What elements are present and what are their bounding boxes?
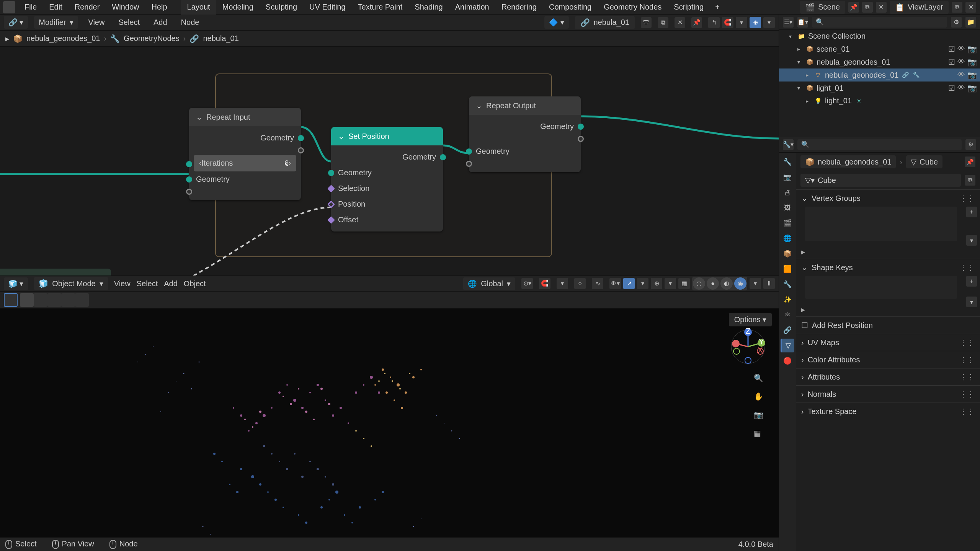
breadcrumb-item-1[interactable]: nebula_geonodes_01 [26,34,100,43]
node-repeat-output[interactable]: ⌄ Repeat Output Geometry Geometry [469,96,581,172]
shading-options-button[interactable]: ▾ [750,278,761,289]
outliner[interactable]: ▾ 📁 Scene Collection ▸ 📦 scene_01 ☑👁📷 ▾ … [779,30,980,137]
ptab-data[interactable]: ▽ [781,339,794,352]
disclosure-icon[interactable]: ▸ [806,98,811,104]
outliner-display-mode[interactable]: 📋▾ [797,17,808,28]
nav-gizmo[interactable]: Z Y X [729,328,767,366]
socket-in-extra[interactable] [186,189,192,195]
shading-material[interactable]: ◐ [720,277,733,290]
mesh-id-selector[interactable]: ▽▾ Cube [800,174,961,187]
overlay-options-button[interactable]: ▾ [665,278,676,289]
hide-viewport-icon[interactable]: 👁 [957,70,965,80]
node-canvas[interactable]: ⌄ Repeat Input Geometry ‹ Iterations 6 › [0,47,779,276]
ptab-render[interactable]: 📷 [781,170,794,184]
exclude-checkbox[interactable]: ☑ [948,44,955,54]
hide-viewport-icon[interactable]: 👁 [957,83,965,93]
disable-render-icon[interactable]: 📷 [967,44,977,54]
ptab-viewlayer[interactable]: 🖼 [781,201,794,215]
exclude-checkbox[interactable]: ☑ [948,57,955,67]
node-menu-select[interactable]: Select [114,16,144,29]
disable-render-icon[interactable]: 📷 [967,57,977,67]
ptab-world[interactable]: 🌐 [781,231,794,245]
vp-menu-view[interactable]: View [114,279,131,288]
overlay-button[interactable]: ⊕ [651,278,662,289]
vp-menu-select[interactable]: Select [137,279,158,288]
node-repeat-input-header[interactable]: ⌄ Repeat Input [189,108,301,126]
properties-options-button[interactable]: ⚙ [965,139,976,150]
unlink-nodegroup-button[interactable]: ✕ [675,17,685,28]
socket-in-geometry[interactable] [186,176,192,183]
tool-select-box[interactable] [20,293,34,307]
delete-viewlayer-button[interactable]: ✕ [965,2,976,13]
node-set-position[interactable]: ⌄ Set Position Geometry Geometry Selecti… [331,127,443,231]
tab-shading[interactable]: Shading [408,0,449,15]
panel-vertex-groups-header[interactable]: ⌄Vertex Groups⋮⋮ [796,190,980,207]
panel-menu-icon[interactable]: ⋮⋮ [959,338,975,347]
hide-viewport-icon[interactable]: 👁 [957,57,965,67]
iterations-field[interactable]: ‹ Iterations 6 › [194,155,296,171]
fake-user-button[interactable]: 🛡 [641,17,652,28]
socket-out-extra[interactable] [578,136,584,142]
tab-rendering[interactable]: Rendering [495,0,543,15]
vertex-groups-specials-button[interactable]: ▾ [966,235,977,246]
visibility-button[interactable]: 👁▾ [609,278,621,289]
checkbox-icon[interactable]: ☐ [801,321,808,330]
viewlayer-selector[interactable]: 📋 ViewLayer [890,1,949,14]
socket-out-geometry[interactable] [298,135,304,141]
vertex-groups-list[interactable] [805,207,957,241]
menu-render[interactable]: Render [69,0,106,15]
gizmo-button[interactable]: ↗ [623,278,635,289]
socket-in-geometry[interactable] [466,148,472,155]
editor-type-selector[interactable]: 🔗 ▾ [4,16,28,29]
shading-rendered[interactable]: ◉ [734,277,746,290]
socket-in-iterations[interactable] [186,161,192,167]
tool-cursor[interactable] [4,293,18,307]
pin-props-button[interactable]: 📌 [965,156,975,167]
panel-menu-icon[interactable]: ⋮⋮ [959,355,975,364]
node-menu-node[interactable]: Node [177,16,203,29]
panel-normals-header[interactable]: ›Normals⋮⋮ [796,386,980,403]
outliner-row-light-object[interactable]: ▸ 💡 light_01 ☀ [779,95,980,107]
ptab-constraints[interactable]: 🔗 [781,323,794,337]
editor-type-viewport[interactable]: 🧊 ▾ [4,277,28,290]
tab-uv-editing[interactable]: UV Editing [303,0,352,15]
vertex-groups-expand[interactable]: ▸ [801,248,805,256]
socket-out-geometry[interactable] [440,154,446,160]
ptab-object[interactable]: 🟧 [781,262,794,276]
vp-menu-add[interactable]: Add [164,279,178,288]
menu-edit[interactable]: Edit [43,0,68,15]
ptab-particles[interactable]: ✨ [781,293,794,306]
node-menu-view[interactable]: View [84,16,108,29]
xray-button[interactable]: ▦ [678,278,690,289]
new-viewlayer-button[interactable]: ⧉ [952,2,962,13]
menu-window[interactable]: Window [106,0,145,15]
outliner-row-light-collection[interactable]: ▾ 📦 light_01 ☑👁📷 [779,82,980,95]
disclosure-icon[interactable]: ▸ [806,72,811,78]
vp-menu-object[interactable]: Object [184,279,206,288]
panel-add-rest-position-header[interactable]: ☐Add Rest Position [796,317,980,334]
pan-icon[interactable]: ✋ [754,392,763,401]
ptab-output[interactable]: 🖨 [781,186,794,199]
shape-keys-add-button[interactable]: + [966,276,977,287]
vertex-groups-add-button[interactable]: + [966,207,977,217]
overlay-options-button[interactable]: ▾ [763,17,775,28]
overlay-button[interactable]: ⊕ [750,17,761,28]
panel-menu-icon[interactable]: ⋮⋮ [959,194,975,203]
new-nodegroup-button[interactable]: ⧉ [658,17,668,28]
parent-nodegroup-button[interactable]: ↰ [708,17,720,28]
outliner-filter-button[interactable]: ⚙ [951,17,962,28]
gizmo-options-button[interactable]: ▾ [637,278,648,289]
outliner-row-scene01[interactable]: ▸ 📦 scene_01 ☑👁📷 [779,42,980,55]
shape-keys-expand[interactable]: ▸ [801,305,805,314]
disclosure-icon[interactable]: ▾ [789,33,794,39]
panel-shape-keys-header[interactable]: ⌄Shape Keys⋮⋮ [796,259,980,276]
panel-attributes-header[interactable]: ›Attributes⋮⋮ [796,368,980,385]
node-set-position-header[interactable]: ⌄ Set Position [331,127,443,145]
node-repeat-input[interactable]: ⌄ Repeat Input Geometry ‹ Iterations 6 › [189,108,301,200]
delete-scene-button[interactable]: ✕ [876,2,887,13]
menu-help[interactable]: Help [145,0,173,15]
panel-uv-maps-header[interactable]: ›UV Maps⋮⋮ [796,334,980,351]
tool-select-tweak[interactable] [61,293,75,307]
pin-scene-button[interactable]: 📌 [848,2,859,13]
hide-viewport-icon[interactable]: 👁 [957,44,965,54]
